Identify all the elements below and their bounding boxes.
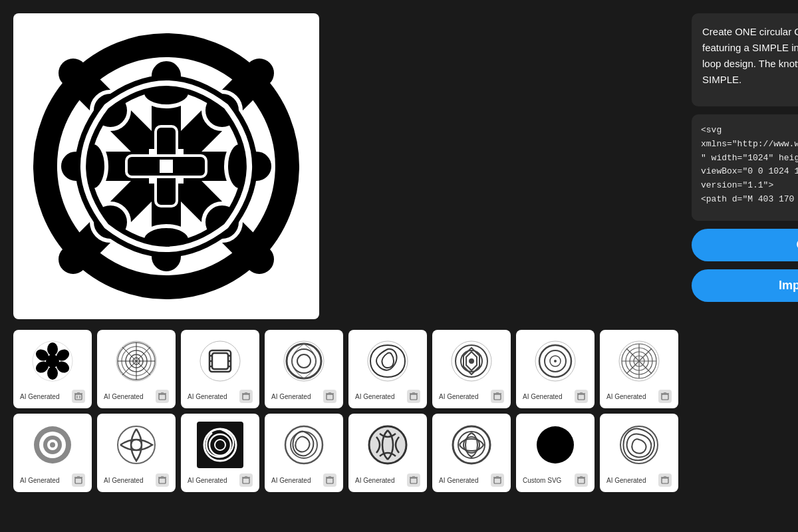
svg-rect-82 [578, 394, 585, 400]
svg-point-101 [50, 442, 55, 448]
icon-card[interactable]: AI Generated [348, 330, 427, 408]
code-content: <svg xmlns="http://www.w3.org/2000/s " w… [701, 124, 798, 207]
delete-button[interactable] [156, 473, 169, 487]
icon-card[interactable]: AI Generated [600, 330, 678, 408]
code-box[interactable]: 🖐 <svg xmlns="http://www.w3.org/2000/s "… [692, 114, 798, 221]
svg-point-59 [292, 349, 316, 373]
svg-rect-130 [494, 478, 501, 483]
svg-rect-94 [662, 394, 668, 400]
main-layout: AI Generated [0, 0, 798, 532]
svg-point-81 [554, 360, 557, 362]
delete-button[interactable] [407, 390, 420, 403]
svg-rect-42 [159, 394, 166, 400]
icon-card[interactable]: AI Generated [432, 330, 511, 408]
svg-rect-107 [159, 478, 166, 483]
svg-point-106 [131, 440, 142, 450]
svg-point-20 [47, 342, 58, 356]
delete-button[interactable] [239, 390, 253, 403]
icon-card[interactable]: AI Generated [265, 330, 343, 408]
svg-point-64 [368, 341, 408, 381]
svg-point-73 [469, 358, 474, 364]
icon-card[interactable]: AI Generated [348, 414, 427, 492]
delete-button[interactable] [239, 473, 253, 487]
svg-point-45 [200, 341, 240, 381]
delete-button[interactable] [72, 473, 85, 487]
prompt-box: Create ONE circular Celtic knot pattern … [692, 13, 798, 106]
icon-card[interactable]: AI Generated [97, 414, 176, 492]
delete-button[interactable] [156, 390, 169, 403]
prompt-text: Create ONE circular Celtic knot pattern … [702, 24, 798, 88]
delete-button[interactable] [491, 473, 504, 487]
svg-rect-124 [410, 478, 417, 483]
icon-card[interactable]: AI Generated [97, 330, 176, 408]
delete-button[interactable] [658, 473, 672, 487]
delete-button[interactable] [407, 473, 420, 487]
svg-rect-74 [494, 394, 501, 400]
svg-rect-27 [75, 394, 82, 400]
icon-card[interactable]: AI Generated [432, 414, 511, 492]
icon-row-1: AI Generated [13, 330, 678, 408]
svg-rect-47 [212, 353, 228, 369]
svg-rect-17 [161, 161, 172, 172]
import-icon-button[interactable]: Import Icon [692, 269, 798, 302]
icon-card[interactable]: AI Generated [516, 330, 595, 408]
svg-rect-54 [243, 394, 249, 400]
svg-point-133 [537, 426, 574, 464]
icon-card[interactable]: AI Generated [13, 414, 92, 492]
delete-button[interactable] [658, 390, 672, 403]
icon-card[interactable]: AI Generated [181, 330, 259, 408]
svg-point-137 [620, 426, 658, 464]
svg-point-105 [118, 426, 155, 464]
delete-button[interactable] [575, 390, 588, 403]
svg-rect-61 [327, 394, 333, 400]
svg-rect-119 [327, 478, 333, 483]
icon-card[interactable]: AI Generated [181, 414, 259, 492]
delete-button[interactable] [491, 390, 504, 403]
svg-rect-102 [75, 478, 82, 483]
svg-rect-138 [662, 478, 668, 483]
svg-rect-65 [410, 394, 417, 400]
svg-point-23 [47, 366, 58, 380]
svg-point-60 [297, 354, 311, 368]
svg-point-26 [46, 354, 59, 368]
delete-button[interactable] [72, 390, 85, 403]
preview-area[interactable] [13, 13, 319, 319]
svg-point-57 [284, 341, 324, 381]
icon-card[interactable]: AI Generated [265, 414, 343, 492]
delete-button[interactable] [575, 473, 588, 487]
icon-row-2: AI Generated [13, 414, 678, 492]
icon-card[interactable]: AI Generated [600, 414, 678, 492]
icon-grid: AI Generated [13, 330, 678, 492]
clear-button[interactable]: Clear [692, 229, 798, 261]
right-panel: Create ONE circular Celtic knot pattern … [692, 13, 798, 519]
svg-rect-114 [243, 478, 249, 483]
left-panel: AI Generated [13, 13, 678, 519]
delete-button[interactable] [323, 473, 336, 487]
svg-point-128 [458, 432, 485, 458]
icon-card[interactable]: Custom SVG [516, 414, 595, 492]
svg-rect-134 [578, 478, 585, 483]
icon-card[interactable]: AI Generated [13, 330, 92, 408]
delete-button[interactable] [323, 390, 336, 403]
